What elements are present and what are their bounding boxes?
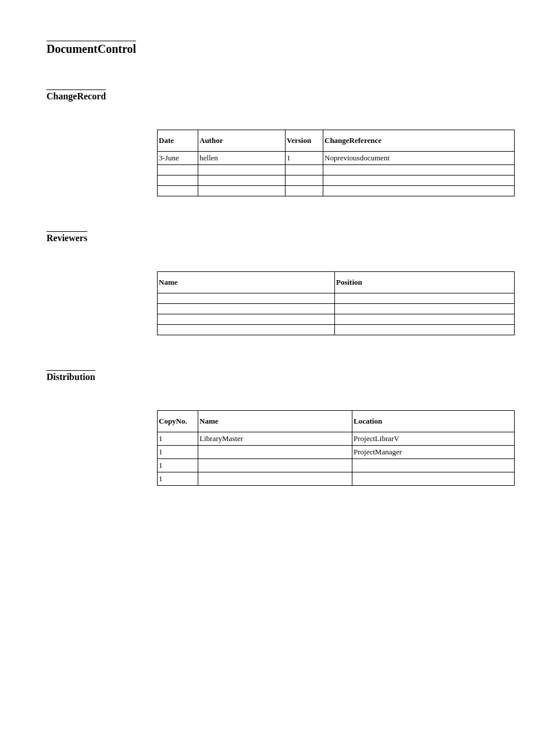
cell-change-reference bbox=[323, 165, 515, 175]
cell-name bbox=[158, 325, 335, 335]
table-row bbox=[158, 304, 515, 314]
distribution-table: CopyNo. Name Location 1 LibraryMaster Pr… bbox=[157, 410, 515, 486]
cell-author: hellen bbox=[198, 152, 286, 165]
cell-name bbox=[198, 459, 352, 472]
table-row: 1 bbox=[158, 459, 515, 472]
cell-location: ProjectManager bbox=[352, 446, 515, 459]
table-row: 3-June hellen 1 Nopreviousdocument bbox=[158, 152, 515, 165]
cell-location bbox=[352, 459, 515, 472]
cell-position bbox=[335, 293, 515, 304]
table-row bbox=[158, 186, 515, 196]
table-row: 1 bbox=[158, 472, 515, 486]
reviewers-heading: Reviewers bbox=[47, 231, 87, 243]
cell-change-reference bbox=[323, 175, 515, 186]
cell-position bbox=[335, 314, 515, 325]
cell-author bbox=[198, 186, 286, 196]
col-position: Position bbox=[335, 272, 515, 293]
cell-author bbox=[198, 165, 286, 175]
cell-version: 1 bbox=[286, 152, 323, 165]
table-row bbox=[158, 293, 515, 304]
cell-change-reference: Nopreviousdocument bbox=[323, 152, 515, 165]
cell-version bbox=[286, 165, 323, 175]
cell-name bbox=[158, 314, 335, 325]
cell-copy-no: 1 bbox=[158, 472, 198, 486]
cell-copy-no: 1 bbox=[158, 459, 198, 472]
col-copy-no: CopyNo. bbox=[158, 411, 198, 432]
document-control-section: DocumentControl bbox=[47, 41, 512, 60]
table-row bbox=[158, 175, 515, 186]
cell-author bbox=[198, 175, 286, 186]
table-row bbox=[158, 314, 515, 325]
cell-name bbox=[198, 472, 352, 486]
col-change-reference: ChangeReference bbox=[323, 130, 515, 152]
table-header-row: CopyNo. Name Location bbox=[158, 411, 515, 432]
cell-name bbox=[158, 293, 335, 304]
cell-change-reference bbox=[323, 186, 515, 196]
col-version: Version bbox=[286, 130, 323, 152]
table-row bbox=[158, 325, 515, 335]
table-row: 1 ProjectManager bbox=[158, 446, 515, 459]
distribution-table-wrap: CopyNo. Name Location 1 LibraryMaster Pr… bbox=[157, 410, 512, 486]
col-name: Name bbox=[198, 411, 352, 432]
cell-name bbox=[158, 304, 335, 314]
cell-name: LibraryMaster bbox=[198, 432, 352, 446]
change-record-heading: ChangeRecord bbox=[47, 89, 106, 102]
cell-position bbox=[335, 325, 515, 335]
table-row: 1 LibraryMaster ProjectLibrarV bbox=[158, 432, 515, 446]
reviewers-table: Name Position bbox=[157, 271, 515, 335]
cell-version bbox=[286, 175, 323, 186]
cell-location: ProjectLibrarV bbox=[352, 432, 515, 446]
cell-date bbox=[158, 165, 198, 175]
col-name: Name bbox=[158, 272, 335, 293]
table-header-row: Date Author Version ChangeReference bbox=[158, 130, 515, 152]
col-location: Location bbox=[352, 411, 515, 432]
cell-location bbox=[352, 472, 515, 486]
table-header-row: Name Position bbox=[158, 272, 515, 293]
cell-copy-no: 1 bbox=[158, 432, 198, 446]
cell-name bbox=[198, 446, 352, 459]
col-author: Author bbox=[198, 130, 286, 152]
distribution-section: Distribution CopyNo. Name Location 1 Lib… bbox=[47, 370, 512, 486]
reviewers-table-wrap: Name Position bbox=[157, 271, 512, 335]
table-row bbox=[158, 165, 515, 175]
distribution-heading: Distribution bbox=[47, 370, 95, 382]
col-date: Date bbox=[158, 130, 198, 152]
cell-date: 3-June bbox=[158, 152, 198, 165]
cell-date bbox=[158, 175, 198, 186]
cell-date bbox=[158, 186, 198, 196]
change-record-table: Date Author Version ChangeReference 3-Ju… bbox=[157, 130, 515, 196]
change-record-section: ChangeRecord Date Author Version ChangeR… bbox=[47, 89, 512, 196]
cell-copy-no: 1 bbox=[158, 446, 198, 459]
cell-position bbox=[335, 304, 515, 314]
reviewers-section: Reviewers Name Position bbox=[47, 231, 512, 335]
change-record-table-wrap: Date Author Version ChangeReference 3-Ju… bbox=[157, 130, 512, 196]
cell-version bbox=[286, 186, 323, 196]
page-title: DocumentControl bbox=[47, 41, 136, 56]
